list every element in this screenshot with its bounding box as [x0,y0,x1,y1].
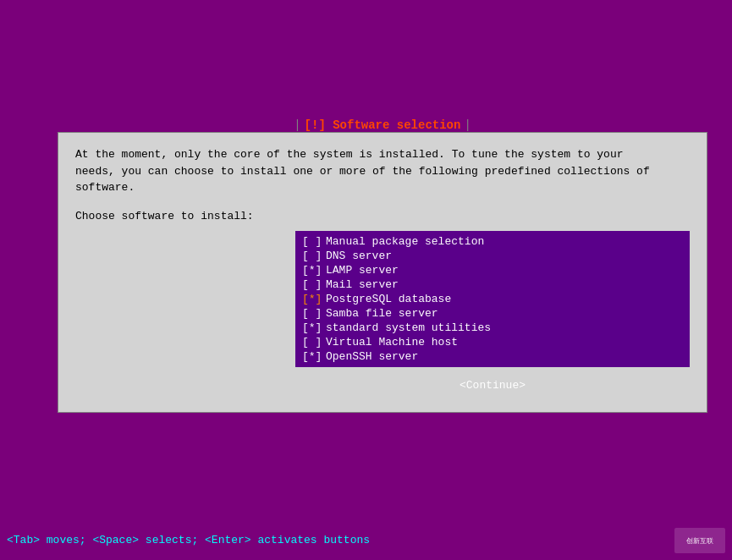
list-item[interactable]: [ ] DNS server [295,249,690,263]
checkbox-indicator: [*] [302,264,326,277]
list-item[interactable]: [ ] Virtual Machine host [295,335,690,349]
dialog-title-bar: | [!] Software selection | [58,118,707,132]
checkbox-indicator: [ ] [302,336,326,349]
list-item[interactable]: [*] OpenSSH server [295,349,690,364]
checkbox-indicator: [ ] [302,278,326,291]
description-line1: At the moment, only the core of the syst… [75,148,624,161]
dialog-title: [!] Software selection [305,118,461,132]
item-label: Samba file server [326,307,438,320]
choose-label: Choose software to install: [75,210,690,222]
dialog-box: At the moment, only the core of the syst… [58,132,707,413]
list-item[interactable]: [ ] Mail server [295,277,690,292]
checkbox-indicator: [*] [302,321,326,334]
status-bar-text: <Tab> moves; <Space> selects; <Enter> ac… [7,534,370,546]
item-label: Manual package selection [326,235,484,248]
checkbox-indicator: [ ] [302,235,326,248]
left-spacer [75,231,295,395]
description-line3: software. [75,181,135,194]
checkbox-indicator: [*] [302,350,326,363]
checkbox-indicator: [*] [302,293,326,305]
list-item[interactable]: [*] LAMP server [295,263,690,277]
item-label: standard system utilities [326,321,491,334]
item-label: Mail server [326,278,399,291]
list-item[interactable]: [*] standard system utilities [295,321,690,335]
continue-button[interactable]: <Continue> [453,376,532,395]
title-left-decoration: | [294,118,300,132]
title-right-decoration: | [464,118,471,132]
item-label: OpenSSH server [326,350,418,363]
dialog-wrapper: | [!] Software selection | At the moment… [58,118,707,413]
item-label: PostgreSQL database [326,293,451,305]
dialog-content: [ ] Manual package selection[ ] DNS serv… [75,231,690,395]
software-list: [ ] Manual package selection[ ] DNS serv… [295,231,690,367]
status-bar: <Tab> moves; <Space> selects; <Enter> ac… [0,533,732,546]
item-label: Virtual Machine host [326,336,458,349]
checkbox-indicator: [ ] [302,250,326,262]
list-item[interactable]: [ ] Samba file server [295,306,690,321]
right-panel: [ ] Manual package selection[ ] DNS serv… [295,231,690,395]
item-label: LAMP server [326,264,399,277]
checkbox-indicator: [ ] [302,307,326,320]
item-label: DNS server [326,250,392,262]
list-item[interactable]: [ ] Manual package selection [295,234,690,249]
list-item[interactable]: [*] PostgreSQL database [295,292,690,306]
watermark: 创新互联 [674,528,725,553]
description-line2: needs, you can choose to install one or … [75,165,650,178]
dialog-description: At the moment, only the core of the syst… [75,146,690,196]
